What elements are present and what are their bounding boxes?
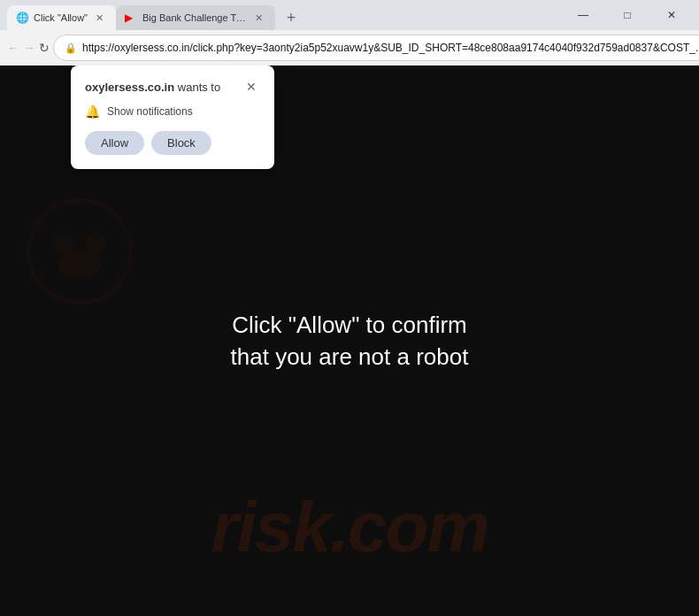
tab-1-active[interactable]: 🌐 Click "Allow" ✕ [7, 5, 116, 30]
popup-title-suffix: wants to [174, 81, 220, 94]
window-controls: — □ ✕ [563, 3, 692, 27]
address-text: https://oxylersess.co.in/click.php?key=3… [82, 42, 699, 54]
tab-1-favicon: 🌐 [16, 12, 28, 24]
tab-2-title: Big Bank Challenge TikTok #ti... [142, 12, 247, 23]
block-button[interactable]: Block [151, 131, 211, 155]
popup-title: oxylersess.co.in wants to [85, 81, 220, 94]
popup-site-name: oxylersess.co.in [85, 81, 174, 94]
tab-1-title: Click "Allow" [34, 12, 88, 23]
allow-button[interactable]: Allow [85, 131, 144, 155]
popup-actions: Allow Block [85, 131, 260, 155]
title-bar: 🌐 Click "Allow" ✕ ▶ Big Bank Challenge T… [0, 0, 699, 30]
svg-point-3 [58, 250, 101, 280]
popup-close-button[interactable]: ✕ [242, 78, 260, 96]
svg-point-2 [85, 232, 106, 253]
main-text-line1: Click "Allow" to confirm [231, 309, 469, 341]
tab-2-inactive[interactable]: ▶ Big Bank Challenge TikTok #ti... ✕ [116, 5, 275, 30]
minimize-button[interactable]: — [563, 3, 603, 27]
popup-notification-row: 🔔 Show notifications [85, 104, 260, 119]
bell-icon: 🔔 [85, 104, 100, 119]
tab-1-close[interactable]: ✕ [93, 11, 107, 25]
popup-header: oxylersess.co.in wants to ✕ [85, 78, 260, 96]
main-text: Click "Allow" to confirm that you are no… [231, 309, 469, 373]
address-bar[interactable]: 🔒 https://oxylersess.co.in/click.php?key… [53, 35, 699, 61]
lock-icon: 🔒 [65, 42, 77, 54]
watermark-text: risk.com [0, 492, 699, 563]
logo-watermark [27, 198, 133, 304]
tab-2-favicon: ▶ [125, 12, 137, 24]
popup-notification-text: Show notifications [107, 105, 193, 118]
forward-button[interactable]: → [23, 34, 35, 62]
tab-strip: 🌐 Click "Allow" ✕ ▶ Big Bank Challenge T… [7, 0, 559, 30]
tab-2-close[interactable]: ✕ [252, 11, 266, 25]
back-button[interactable]: ← [7, 34, 19, 62]
navigation-bar: ← → ↻ 🔒 https://oxylersess.co.in/click.p… [0, 30, 699, 65]
maximize-button[interactable]: □ [607, 3, 648, 27]
browser-chrome: 🌐 Click "Allow" ✕ ▶ Big Bank Challenge T… [0, 0, 699, 65]
main-text-line2: that you are not a robot [231, 341, 469, 373]
new-tab-button[interactable]: + [279, 5, 303, 30]
reload-button[interactable]: ↻ [39, 34, 50, 62]
notification-popup: oxylersess.co.in wants to ✕ 🔔 Show notif… [71, 65, 274, 169]
svg-point-1 [53, 232, 74, 253]
close-button[interactable]: ✕ [651, 3, 692, 27]
page-content: risk.com Click "Allow" to confirm that y… [0, 65, 699, 616]
